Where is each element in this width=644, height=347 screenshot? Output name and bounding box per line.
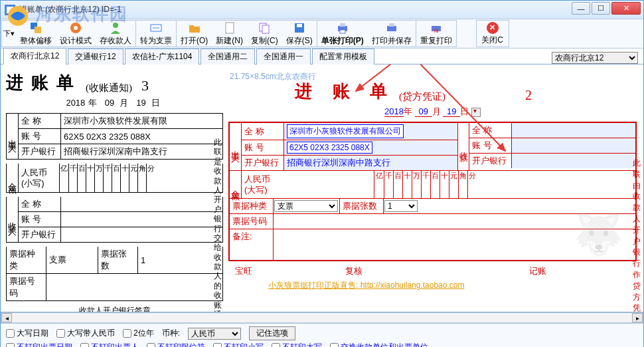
new-button[interactable]: 新建(N) [212, 21, 247, 47]
svg-text:N: N [434, 27, 438, 34]
svg-rect-4 [35, 27, 41, 33]
scroll-left-button[interactable]: ◂ [1, 313, 12, 322]
design-icon [68, 21, 83, 35]
print-icon [335, 21, 350, 35]
tab-bank-3[interactable]: 全国通用二 [201, 49, 255, 64]
currency-select[interactable]: 人民币 [188, 328, 241, 340]
svg-rect-18 [389, 23, 394, 27]
left-amount-grid[interactable] [60, 174, 222, 192]
right-count-select[interactable]: 1 [384, 200, 418, 212]
svg-rect-9 [226, 23, 234, 33]
left-type-value[interactable]: 支票 [46, 247, 98, 273]
app-icon [5, 5, 15, 15]
right-payee-account[interactable] [512, 138, 635, 153]
convert-cheque-button[interactable]: 转为支票 [136, 21, 176, 47]
open-icon [187, 21, 202, 35]
tab-bank-2[interactable]: 农信社-广东1104 [125, 49, 200, 64]
cb-2digit-year[interactable]: 2位年 [123, 328, 154, 339]
left-serial-value[interactable] [46, 274, 222, 300]
right-name-input[interactable]: 深圳市小灰狼软件发展有限公司 [287, 124, 404, 138]
save-payee-button[interactable]: 存收款人 [96, 21, 135, 47]
left-number: 3 [141, 77, 149, 94]
svg-rect-11 [262, 25, 269, 33]
save-payee-icon [108, 21, 123, 35]
cb-no-print-limit[interactable]: 不打印限位符 [147, 342, 205, 347]
right-bank-input[interactable]: 招商银行深圳深南中路支行 [284, 156, 457, 170]
svg-rect-15 [340, 23, 345, 27]
left-name-value[interactable]: 深圳市小灰狼软件发展有限 [61, 114, 222, 128]
left-issuer-label: 出票人 [7, 132, 17, 140]
tab-bank-4[interactable]: 全国通用一 [256, 49, 311, 64]
left-side-note: 此联是收款人开户银行交给收款人的收账通知 [213, 138, 222, 312]
left-account-value[interactable]: 62X5 02X3 2325 088X [61, 129, 222, 144]
tab-bank-0[interactable]: 农商行北京12 [3, 48, 66, 64]
offset-button[interactable]: 整体偏移 [16, 21, 56, 47]
cb-no-print-date[interactable]: 不打印出票日期 [6, 342, 72, 347]
copy-icon [257, 21, 272, 35]
window-title: 进账单 (农商行北京12) ID=-1 [19, 4, 639, 15]
right-payee-bank[interactable] [512, 154, 635, 168]
print-save-button[interactable]: 打印并保存 [368, 21, 416, 47]
reprint-icon: N [429, 21, 443, 35]
cb-daxie-rmb[interactable]: 大写带人民币 [56, 328, 115, 339]
tab-bank-1[interactable]: 交通银行12 [68, 49, 123, 64]
right-number: 2 [525, 88, 532, 103]
right-date: 2018年 09月 19日 [228, 106, 637, 118]
print-single-button[interactable]: 单张打印(P) [317, 21, 368, 47]
open-button[interactable]: 打开(O) [177, 21, 212, 47]
svg-rect-16 [340, 30, 345, 33]
save-icon [292, 21, 307, 35]
right-subtitle: (贷方凭证) [399, 90, 445, 103]
copy-button[interactable]: 复制(C) [247, 21, 282, 47]
left-footer: 收款人开户银行签章 [6, 305, 223, 312]
close-button[interactable]: ✕ [611, 2, 641, 15]
left-title: 进账单 [6, 71, 82, 94]
left-count-value[interactable]: 1 [138, 247, 222, 273]
cb-no-print-upper[interactable]: 不打印大写 [272, 342, 322, 347]
right-type-select[interactable]: 支票 [274, 200, 338, 212]
right-serial-input[interactable] [274, 214, 635, 229]
right-account-input[interactable]: 62X5 02X3 2325 088X [287, 142, 372, 154]
right-remark-input[interactable] [274, 229, 635, 260]
print-save-icon [384, 21, 399, 35]
tab-bank-5[interactable]: 配置常用模板 [312, 49, 374, 64]
template-tabs: 农商行北京12 交通银行12 农信社-广东1104 全国通用二 全国通用一 配置… [1, 49, 643, 64]
design-mode-button[interactable]: 设计模式 [56, 21, 96, 47]
reprint-button[interactable]: N重复打印 [416, 21, 456, 47]
scroll-right-button[interactable]: ▸ [632, 313, 643, 322]
svg-rect-13 [297, 24, 302, 27]
dropdown-button[interactable]: 下▾ [2, 21, 16, 47]
vendor-link[interactable]: 小灰狼票据打印正版直售: http://xiaohuilang.taobao.c… [268, 280, 637, 291]
options-panel: 大写日期 大写带人民币 2位年 币种: 人民币 记住选项 不打印出票日期 不打印… [1, 323, 643, 347]
svg-rect-1 [7, 7, 13, 13]
date-dropdown-button[interactable] [471, 108, 481, 117]
close-app-button[interactable]: ✕关闭C [477, 21, 509, 47]
right-payee-name[interactable] [512, 123, 635, 138]
left-subtitle: (收账通知) [86, 82, 132, 94]
cb-daxie-date[interactable]: 大写日期 [6, 328, 48, 339]
convert-icon [149, 21, 163, 35]
left-payee-bank[interactable] [61, 227, 222, 242]
right-title: 进 账 单 [295, 80, 395, 103]
remember-options-button[interactable]: 记住选项 [249, 326, 295, 340]
minimize-button[interactable]: — [572, 2, 590, 15]
cb-swap-units[interactable]: 交换收款单位和出票单位 [330, 342, 428, 347]
new-icon [222, 21, 237, 35]
horizontal-scrollbar[interactable]: ◂ ▸ [1, 312, 643, 323]
offset-icon [29, 21, 43, 35]
svg-point-6 [74, 26, 78, 30]
save-button[interactable]: 保存(S) [282, 21, 317, 47]
template-select[interactable]: 农商行北京12 [552, 52, 638, 64]
cb-no-print-lower[interactable]: 不打印小写 [213, 342, 264, 347]
left-payee-name[interactable] [61, 197, 222, 211]
left-date: 2018年 09月 19日 [6, 97, 223, 109]
maximize-button[interactable]: ☐ [592, 2, 610, 15]
left-payee-account[interactable] [61, 212, 222, 227]
svg-rect-17 [387, 26, 396, 31]
toolbar: 下▾ 整体偏移 设计模式 存收款人 转为支票 打开(O) 新建(N) 复制(C)… [1, 19, 643, 49]
right-amount-grid[interactable] [374, 181, 635, 198]
left-bank-value[interactable]: 招商银行深圳深南中路支行 [61, 144, 222, 159]
main-area: 进账单 (收账通知) 3 2018年 09月 19日 出票人 全 称深圳市小灰狼… [1, 64, 643, 312]
svg-point-7 [113, 23, 118, 28]
cb-no-print-issuer[interactable]: 不打印出票人 [80, 342, 139, 347]
